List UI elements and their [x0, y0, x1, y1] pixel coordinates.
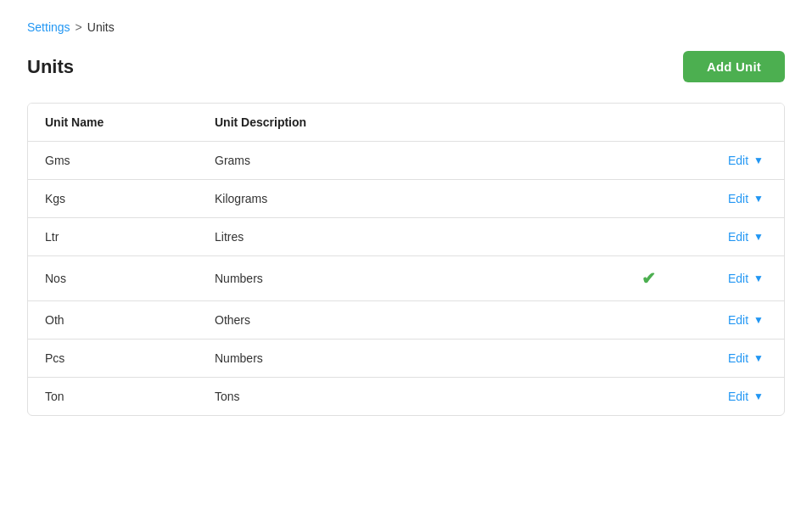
edit-link[interactable]: Edit [728, 192, 748, 205]
unit-description-cell: Others [198, 301, 614, 340]
edit-actions-group: Edit▼ [699, 192, 767, 205]
edit-actions-group: Edit▼ [699, 272, 767, 285]
unit-name-cell: Oth [28, 301, 198, 340]
breadcrumb-current: Units [87, 20, 115, 34]
table-row: LtrLitresEdit▼ [28, 218, 784, 256]
unit-actions-cell: Edit▼ [682, 256, 784, 301]
edit-link[interactable]: Edit [728, 313, 748, 327]
page-title: Units [27, 56, 74, 78]
dropdown-arrow-icon[interactable]: ▼ [750, 314, 767, 326]
column-header-check [614, 104, 682, 142]
unit-description-cell: Numbers [198, 340, 614, 378]
unit-actions-cell: Edit▼ [682, 378, 784, 416]
column-header-actions [682, 104, 784, 142]
edit-link[interactable]: Edit [728, 390, 748, 403]
edit-actions-group: Edit▼ [699, 154, 767, 167]
edit-actions-group: Edit▼ [699, 313, 767, 327]
column-header-unit-description: Unit Description [198, 104, 614, 142]
unit-actions-cell: Edit▼ [682, 180, 784, 218]
dropdown-arrow-icon[interactable]: ▼ [750, 193, 767, 205]
units-table: Unit Name Unit Description GmsGramsEdit▼… [28, 104, 784, 415]
unit-actions-cell: Edit▼ [682, 142, 784, 180]
unit-check-cell [614, 142, 682, 180]
table-row: PcsNumbersEdit▼ [28, 340, 784, 378]
unit-check-cell [614, 218, 682, 256]
unit-description-cell: Litres [198, 218, 614, 256]
unit-actions-cell: Edit▼ [682, 340, 784, 378]
unit-check-cell: ✔ [614, 256, 682, 301]
dropdown-arrow-icon[interactable]: ▼ [750, 272, 767, 284]
unit-name-cell: Nos [28, 256, 198, 301]
unit-description-cell: Kilograms [198, 180, 614, 218]
edit-link[interactable]: Edit [728, 154, 748, 167]
table-header-row: Unit Name Unit Description [28, 104, 784, 142]
page-header: Units Add Unit [27, 51, 785, 82]
unit-description-cell: Grams [198, 142, 614, 180]
unit-check-cell [614, 378, 682, 416]
dropdown-arrow-icon[interactable]: ▼ [750, 154, 767, 166]
unit-description-cell: Tons [198, 378, 614, 416]
edit-link[interactable]: Edit [728, 272, 748, 285]
add-unit-button[interactable]: Add Unit [683, 51, 785, 82]
unit-check-cell [614, 301, 682, 340]
unit-actions-cell: Edit▼ [682, 218, 784, 256]
dropdown-arrow-icon[interactable]: ▼ [750, 231, 767, 243]
table-row: GmsGramsEdit▼ [28, 142, 784, 180]
table-row: KgsKilogramsEdit▼ [28, 180, 784, 218]
edit-link[interactable]: Edit [728, 351, 748, 365]
unit-check-cell [614, 340, 682, 378]
unit-check-cell [614, 180, 682, 218]
edit-actions-group: Edit▼ [699, 230, 767, 244]
unit-name-cell: Ltr [28, 218, 198, 256]
unit-name-cell: Kgs [28, 180, 198, 218]
column-header-unit-name: Unit Name [28, 104, 198, 142]
edit-actions-group: Edit▼ [699, 351, 767, 365]
dropdown-arrow-icon[interactable]: ▼ [750, 352, 767, 364]
units-table-container: Unit Name Unit Description GmsGramsEdit▼… [27, 103, 785, 416]
table-row: NosNumbers✔Edit▼ [28, 256, 784, 301]
checkmark-icon: ✔ [641, 269, 656, 288]
breadcrumb-separator: > [76, 20, 82, 34]
breadcrumb-settings-link[interactable]: Settings [27, 20, 70, 34]
table-row: TonTonsEdit▼ [28, 378, 784, 416]
unit-description-cell: Numbers [198, 256, 614, 301]
edit-actions-group: Edit▼ [699, 390, 767, 403]
dropdown-arrow-icon[interactable]: ▼ [750, 390, 767, 402]
table-row: OthOthersEdit▼ [28, 301, 784, 340]
unit-name-cell: Gms [28, 142, 198, 180]
unit-name-cell: Ton [28, 378, 198, 416]
unit-actions-cell: Edit▼ [682, 301, 784, 340]
unit-name-cell: Pcs [28, 340, 198, 378]
breadcrumb: Settings > Units [27, 20, 785, 34]
edit-link[interactable]: Edit [728, 230, 748, 244]
